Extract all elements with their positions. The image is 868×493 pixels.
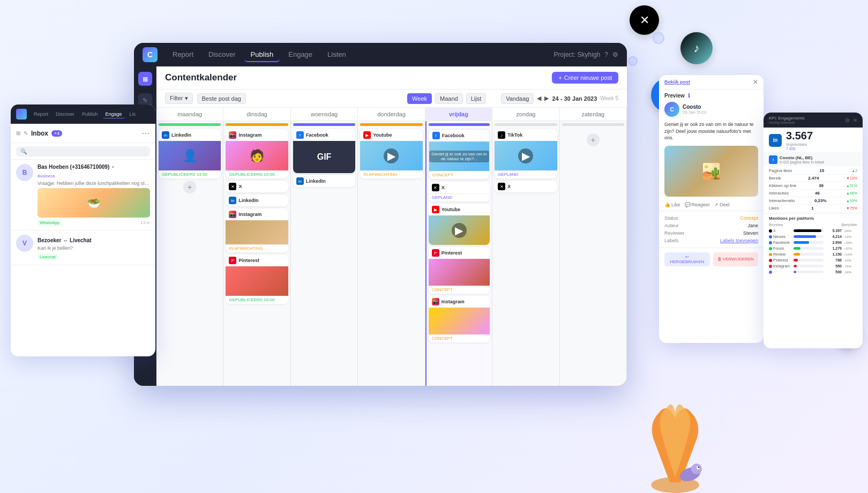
pp-post-date: 28 Jan 2023	[683, 110, 706, 115]
msg-content-1: Bas Hoeben (+31646710009) ● Business Vra…	[38, 164, 150, 226]
new-post-button[interactable]: + Créer nieuwe post	[552, 72, 618, 84]
lp-inbox-header: ⊞ ✎ Inbox +4 ⋯	[11, 124, 155, 143]
post-card-pinterest-tue[interactable]: P Pinterest GEPUBLICEERD 10:00	[226, 255, 288, 304]
pp-reviewer-row: Reviewer Steven	[664, 229, 758, 237]
lp-nav-engage[interactable]: Engage	[103, 110, 125, 118]
ap-stat-interact: Interacties 46 ▲48%	[769, 190, 857, 197]
post-card-pinterest-fri[interactable]: P Pinterest CONCEPT	[429, 247, 490, 294]
post-status-pin-fri: CONCEPT	[429, 286, 490, 294]
ap-settings-icon[interactable]: ⚙	[845, 117, 850, 123]
nav-listen[interactable]: Listen	[321, 48, 353, 62]
msg-platform-2: Livechat	[38, 254, 58, 260]
post-card-tiktok-sat[interactable]: ♪ TikTok ▶ GEPLAND	[495, 129, 557, 178]
post-status-insta: GEPUBLICEERD 10:00	[226, 170, 288, 178]
lp-nav-listen[interactable]: Lis	[127, 110, 139, 118]
ap-big-number: 3.567	[786, 130, 813, 142]
lp-nav-discover[interactable]: Discover	[53, 110, 77, 118]
pp-labels-row: Labels Labels toevoegen	[664, 237, 758, 244]
best-day-button[interactable]: Beste post dag	[197, 93, 246, 104]
facebook-icon-fri: f	[432, 132, 440, 139]
bekijk-post-link[interactable]: Bekijk post	[664, 79, 690, 85]
post-status-waiting: IN AFWACHTING	[226, 244, 288, 252]
ap-stat-ratio: Interactieratio 0,23% ▲93%	[769, 197, 857, 205]
x-floating-icon: ✕	[630, 5, 659, 35]
main-body: ▦ ✎ 📊 ✓ 👤 Contentkalender + Créer nieuwe…	[134, 66, 627, 386]
inbox-menu-icon[interactable]: ⋯	[141, 128, 150, 138]
post-card-insta-tue[interactable]: 📷 Instagram 🧑 GEPUBLICEERD 10:00	[226, 129, 288, 178]
post-card-youtube-fri[interactable]: ▶ Youtube ▶	[429, 204, 490, 245]
post-img-linkedin: 👤	[159, 141, 221, 170]
calendar-area: Contentkalender + Créer nieuwe post Filt…	[156, 66, 627, 386]
nav-publish[interactable]: Publish	[244, 48, 280, 62]
post-card-x-tue[interactable]: ✕ X	[226, 181, 288, 192]
prev-week-button[interactable]: ◀	[537, 95, 541, 102]
lp-nav-report[interactable]: Report	[31, 110, 51, 118]
tiktok-floating-icon: ♪	[680, 32, 713, 64]
ap-mentions-header: Mentions per platform	[764, 213, 863, 222]
pp-labels-add[interactable]: Labels toevoegen	[720, 238, 758, 243]
today-button[interactable]: Vandaag	[501, 93, 534, 104]
post-card-x-fri[interactable]: ✕ X GEPLAND	[429, 182, 490, 201]
list-view-button[interactable]: Lijst	[466, 93, 487, 104]
ap-metric: in 3.567 Impressies 7.400	[764, 128, 863, 153]
msg-text-1: Vraagje: Hebben jullie deze lunchpakkett…	[38, 181, 150, 186]
post-card-fb-wed[interactable]: f Facebook GIF	[293, 129, 355, 173]
post-card-linkedin-tue[interactable]: in LinkedIn	[226, 195, 288, 206]
filter-button[interactable]: Filter ▾	[165, 93, 193, 104]
col-woensdag: f Facebook GIF in LinkedIn	[291, 121, 358, 386]
lp-logo	[16, 109, 27, 119]
col-maandag: in LinkedIn 👤 GEPUBLICEERD 14:00 +	[156, 121, 223, 386]
next-week-button[interactable]: ▶	[544, 95, 549, 102]
nav-engage[interactable]: Engage	[282, 48, 319, 62]
bubble-1	[628, 56, 638, 66]
post-card-x-sat[interactable]: ✕ X	[495, 181, 557, 192]
message-item-2[interactable]: V Bezoeker ↔ Livechat Kan ik je bellen? …	[11, 230, 155, 265]
col-thursday: donderdag	[358, 108, 425, 121]
inbox-search-input[interactable]	[16, 146, 150, 156]
linkedin-icon-wed: in	[296, 177, 304, 185]
settings-icon[interactable]: ⚙	[612, 51, 618, 58]
delete-button[interactable]: 🗑 VERWIJDEREN	[713, 252, 759, 266]
nav-discover[interactable]: Discover	[202, 48, 242, 62]
info-icon: ℹ	[688, 93, 690, 99]
ap-stat-bereik: Bereik 2.474 ▼13%	[769, 175, 857, 182]
instagram-icon: 📷	[229, 131, 236, 139]
topbar-right: Project: Skyhigh ? ⚙	[554, 51, 618, 58]
post-card-insta-fri[interactable]: 📷 Instagram CONCEPT	[429, 296, 490, 342]
month-view-button[interactable]: Maand	[435, 93, 463, 104]
main-logo: C	[143, 47, 158, 62]
close-preview-button[interactable]: ✕	[753, 78, 758, 86]
post-card-linkedin-mon[interactable]: in LinkedIn 👤 GEPUBLICEERD 14:00	[159, 129, 221, 178]
pp-like-button[interactable]: 👍 Like	[664, 202, 680, 207]
pp-footer: ↩ HERGEBRUIKEN 🗑 VERWIJDEREN	[659, 248, 764, 271]
ap-stat-clicks: Klikken op link 39 ▲51%	[769, 182, 857, 190]
post-card-insta2-tue[interactable]: 📷 Instagram IN AFWACHTING	[226, 208, 288, 252]
msg-type-1: Business	[38, 174, 55, 178]
cal-toolbar: Filter ▾ Beste post dag Week Maand Lijst…	[156, 89, 627, 108]
message-item-1[interactable]: B Bas Hoeben (+31646710009) ● Business V…	[11, 160, 155, 230]
nav-report[interactable]: Report	[166, 48, 200, 62]
msg-time-1: 13 m	[140, 220, 150, 225]
post-card-linkedin-wed[interactable]: in LinkedIn	[293, 175, 355, 187]
pp-share-button[interactable]: ↗ Deel	[714, 202, 730, 207]
msg-avatar-2: V	[16, 235, 33, 252]
cal-days-header: maandag dinsdag woensdag donderdag vrijd…	[156, 108, 627, 121]
sidebar-calendar[interactable]: ▦	[138, 72, 152, 86]
msg-name-2: Bezoeker ↔ Livechat	[38, 237, 92, 243]
ap-close-icon[interactable]: ✕	[853, 117, 857, 123]
pp-post-image: 🏜️	[664, 146, 758, 197]
pp-actions: 👍 Like 💬 Reageer ↗ Deel	[659, 199, 764, 211]
add-post-monday[interactable]: +	[183, 181, 196, 193]
help-icon[interactable]: ?	[604, 51, 608, 58]
post-card-fb-fri[interactable]: f Facebook Geniet jij er ook zo van om i…	[429, 129, 490, 180]
ap-mentions-subhead: Bronnen Berichten	[764, 222, 863, 228]
pp-comment-button[interactable]: 💬 Reageer	[685, 202, 710, 207]
lp-nav-publish[interactable]: Publish	[79, 110, 101, 118]
add-post-sunday[interactable]: +	[587, 133, 600, 146]
col-sunday: zaterdag	[560, 108, 627, 121]
post-card-youtube-thu[interactable]: ▶ Youtube ▶ IN AFWACHTING	[360, 129, 422, 178]
week-view-button[interactable]: Week	[407, 93, 432, 104]
col-vrijdag: f Facebook Geniet jij er ook zo van om i…	[425, 121, 492, 386]
ap-stats: Pagina likes 15 ▲2 Bereik 2.474 ▼13% Kli…	[764, 166, 863, 213]
reuse-button[interactable]: ↩ HERGEBRUIKEN	[664, 252, 710, 266]
